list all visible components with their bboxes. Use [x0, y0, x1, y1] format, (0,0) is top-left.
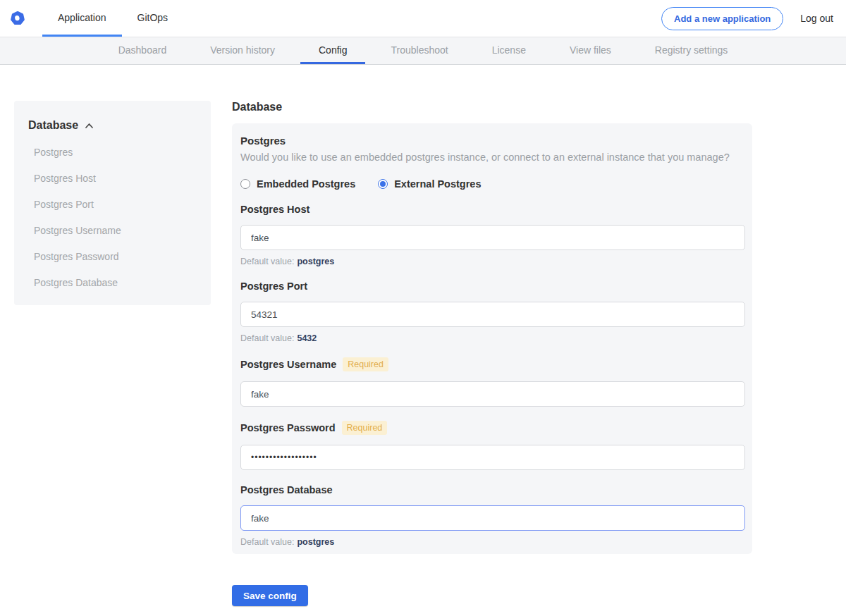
subnav-item-troubleshoot[interactable]: Troubleshoot — [372, 37, 466, 64]
postgres-password-input[interactable] — [240, 445, 745, 470]
postgres-database-input[interactable] — [240, 505, 745, 531]
subnav-item-version-history[interactable]: Version history — [192, 37, 293, 64]
add-application-button[interactable]: Add a new application — [661, 7, 783, 30]
sidebar-item-postgres-username[interactable]: Postgres Username — [34, 225, 197, 236]
field-label: Postgres Database — [240, 484, 333, 495]
field-label: Postgres Host — [240, 204, 309, 215]
group-help-text: Would you like to use an embedded postgr… — [240, 152, 744, 163]
radio-embedded-postgres[interactable]: Embedded Postgres — [240, 178, 355, 190]
save-config-button[interactable]: Save config — [232, 585, 308, 606]
subnav-item-view-files[interactable]: View files — [551, 37, 630, 64]
default-value-hint: Default value:postgres — [240, 257, 744, 266]
app-logo-icon[interactable] — [8, 0, 42, 37]
page-body: Database Postgres Postgres Host Postgres… — [0, 65, 846, 606]
field-postgres-database: Postgres Database Default value:postgres — [240, 484, 744, 547]
field-label: Postgres Port — [240, 281, 307, 292]
field-postgres-host: Postgres Host Default value:postgres — [240, 204, 744, 266]
field-postgres-port: Postgres Port Default value:5432 — [240, 281, 744, 343]
app-subnav: Dashboard Version history Config Trouble… — [0, 37, 846, 65]
sidebar-item-postgres-port[interactable]: Postgres Port — [34, 199, 197, 210]
subnav-item-registry-settings[interactable]: Registry settings — [637, 37, 746, 64]
field-label: Postgres Password — [240, 422, 336, 433]
sidebar-item-list: Postgres Postgres Host Postgres Port Pos… — [34, 147, 197, 288]
default-value-hint: Default value:5432 — [240, 333, 744, 343]
field-postgres-username: Postgres Username Required — [240, 357, 744, 407]
top-nav-right: Add a new application Log out — [661, 0, 846, 37]
radio-checked-icon[interactable] — [378, 179, 388, 189]
sidebar-item-postgres[interactable]: Postgres — [34, 147, 197, 158]
chevron-up-icon — [85, 123, 94, 129]
postgres-username-input[interactable] — [240, 381, 745, 407]
sidebar-group-label: Database — [28, 119, 78, 132]
field-postgres-password: Postgres Password Required — [240, 421, 744, 470]
radio-unchecked-icon[interactable] — [240, 179, 250, 189]
group-label: Postgres — [240, 135, 744, 147]
tab-gitops[interactable]: GitOps — [122, 0, 184, 37]
top-nav: Application GitOps Add a new application… — [0, 0, 846, 37]
postgres-type-radio-group: Embedded Postgres External Postgres — [240, 178, 744, 190]
sidebar-item-postgres-database[interactable]: Postgres Database — [34, 277, 197, 288]
sidebar-item-postgres-password[interactable]: Postgres Password — [34, 251, 197, 262]
config-group-card: Postgres Would you like to use an embedd… — [232, 123, 752, 554]
required-badge: Required — [343, 357, 388, 371]
required-badge: Required — [342, 421, 388, 435]
radio-external-postgres[interactable]: External Postgres — [378, 178, 481, 190]
section-title: Database — [232, 101, 752, 113]
logo-heptagon-icon — [10, 11, 25, 26]
subnav-item-license[interactable]: License — [474, 37, 544, 64]
sidebar-item-postgres-host[interactable]: Postgres Host — [34, 173, 197, 184]
radio-label: External Postgres — [394, 178, 481, 190]
radio-label: Embedded Postgres — [257, 178, 355, 190]
default-value-hint: Default value:postgres — [240, 537, 744, 547]
field-label: Postgres Username — [240, 359, 336, 370]
subnav-item-dashboard[interactable]: Dashboard — [100, 37, 185, 64]
postgres-host-input[interactable] — [240, 225, 745, 250]
sidebar-group-database[interactable]: Database — [28, 119, 197, 132]
tab-application[interactable]: Application — [42, 0, 122, 37]
config-sidebar: Database Postgres Postgres Host Postgres… — [14, 101, 211, 305]
postgres-port-input[interactable] — [240, 302, 745, 327]
subnav-item-config[interactable]: Config — [300, 37, 365, 64]
config-main: Database Postgres Would you like to use … — [232, 101, 752, 606]
logout-link[interactable]: Log out — [800, 13, 833, 24]
